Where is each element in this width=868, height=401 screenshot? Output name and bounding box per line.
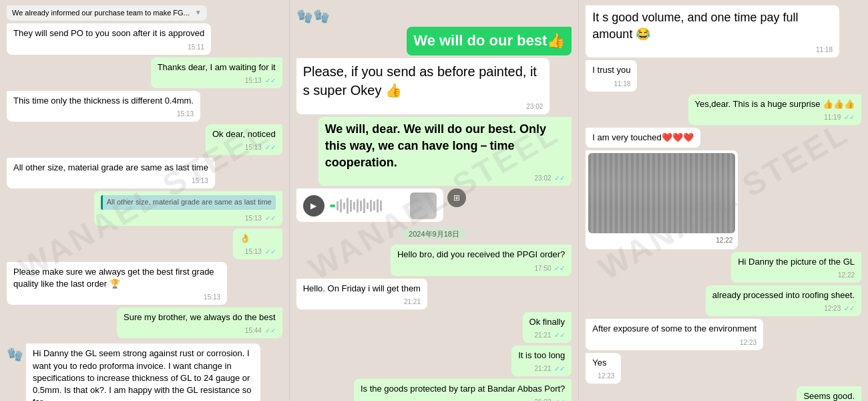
audio-thumbnail xyxy=(410,192,437,219)
msg-row: Sure my brother, we always do the best 1… xyxy=(7,307,282,338)
msg-row: We will, dear. We will do our best. Only… xyxy=(296,117,572,186)
bubble: Ok finally 21:21 ✓✓ xyxy=(523,312,572,343)
msg-text: Yes xyxy=(592,357,614,369)
tick-icon: ✓✓ xyxy=(265,248,276,255)
bubble: Is the goods protected by tarp at Bandar… xyxy=(354,379,572,401)
bubble: Hello. On Friday i will get them 21:21 xyxy=(296,279,427,309)
msg-row: All other size, material grade are same … xyxy=(7,191,282,225)
msg-row: Please make sure we always get the best … xyxy=(7,262,282,305)
msg-time: 12:23 xyxy=(740,338,756,348)
media-bubble: 12:22 xyxy=(586,150,738,249)
msg-time: 17:50 ✓✓ xyxy=(535,264,566,273)
msg-text: I am very touched❤️❤️❤️ xyxy=(592,132,693,144)
date-divider: 2024年9月18日 xyxy=(296,227,572,239)
msg-time: 15:13 ✓✓ xyxy=(245,247,276,257)
msg-text: This time only the thickness is differen… xyxy=(13,95,194,107)
msg-row: Is the goods protected by tarp at Bandar… xyxy=(296,379,572,401)
msg-text: After exposure of some to the environmen… xyxy=(592,323,756,335)
msg-row: 🧤 Hi Danny the GL seem strong against ru… xyxy=(7,344,282,401)
bubble: They will send PO to you soon after it i… xyxy=(7,23,211,54)
msg-row: Hello bro, did you received the PPGI ord… xyxy=(296,245,572,275)
msg-row: 👌 15:13 ✓✓ xyxy=(7,229,282,259)
msg-text: Is the goods protected by tarp at Bandar… xyxy=(361,383,565,395)
msg-text: 👌 xyxy=(240,233,276,245)
bubble: I am very touched❤️❤️❤️ xyxy=(586,128,700,148)
right-chat-panel: WANAEL STEEL It s good volume, and one t… xyxy=(579,0,868,401)
msg-text: Hi Danny the GL seem strong against rust… xyxy=(33,348,254,401)
tick-icon: ✓✓ xyxy=(265,327,276,334)
msg-time: 15:44 ✓✓ xyxy=(245,326,276,336)
tick-icon: ✓✓ xyxy=(554,174,565,182)
bubble: We will do our best👍 xyxy=(407,27,572,55)
msg-text: All other size, material grade are same … xyxy=(13,162,208,174)
msg-time: 12:23 xyxy=(598,372,614,381)
msg-text: Seems good. xyxy=(803,390,855,401)
msg-text: Yes,dear. This is a huge surprise 👍👍👍 xyxy=(695,98,855,110)
msg-time: 21:21 xyxy=(404,297,421,307)
msg-text: Please make sure we always get the best … xyxy=(13,266,220,290)
tick-icon: ✓✓ xyxy=(844,114,855,121)
msg-row: We will do our best👍 xyxy=(296,27,572,55)
msg-row: We already informed our purchase team to… xyxy=(7,5,282,21)
msg-text: We will do our best👍 xyxy=(413,31,565,51)
bubble: Hello bro, did you received the PPGI ord… xyxy=(391,245,572,275)
tick-icon: ✓✓ xyxy=(265,144,276,151)
tick-icon: ✓✓ xyxy=(554,398,565,401)
bubble: It s good volume, and one time pay full … xyxy=(586,5,839,57)
roofing-sheet-svg xyxy=(588,153,735,233)
msg-text: already processed into roofing sheet. xyxy=(712,289,855,301)
msg-row: Hello. On Friday i will get them 21:21 xyxy=(296,279,572,309)
bubble: 👌 15:13 ✓✓ xyxy=(233,229,282,259)
msg-text: Sure my brother, we always do the best xyxy=(124,311,276,323)
tick-icon: ✓✓ xyxy=(554,265,565,272)
bubble: Yes,dear. This is a huge surprise 👍👍👍 11… xyxy=(688,94,862,125)
msg-time: 12:22 xyxy=(838,271,855,280)
msg-text: Ok dear, noticed xyxy=(212,128,276,140)
msg-row: Please, if you send as before painted, i… xyxy=(296,58,572,114)
tick-icon: ✓✓ xyxy=(265,215,276,222)
bubble: Seems good. 12:24 xyxy=(797,386,861,401)
left-chat-panel: WANAEL STEEL We already informed our pur… xyxy=(0,0,289,401)
msg-row: already processed into roofing sheet. 12… xyxy=(586,285,861,316)
msg-row: It is too long 21:21 ✓✓ xyxy=(296,346,572,376)
play-button[interactable]: ▶ xyxy=(303,195,324,217)
msg-row: After exposure of some to the environmen… xyxy=(586,319,861,350)
bubble: Please, if you send as before painted, i… xyxy=(296,58,550,114)
msg-time: 15:13 xyxy=(192,176,208,186)
msg-row: Ok dear, noticed 15:13 ✓✓ xyxy=(7,124,282,155)
msg-row: Thanks dear, I am waiting for it 15:13 ✓… xyxy=(7,57,282,88)
msg-text: I trust you xyxy=(592,64,630,76)
quoted-text: All other size, material grade are same … xyxy=(107,198,272,206)
msg-row: This time only the thickness is differen… xyxy=(7,91,282,122)
msg-time: 12:22 xyxy=(713,235,735,247)
msg-text: We will, dear. We will do our best. Only… xyxy=(325,121,566,172)
msg-time: 15:13 ✓✓ xyxy=(245,76,276,86)
msg-time: 11:18 xyxy=(816,45,833,55)
bubble: It is too long 21:21 ✓✓ xyxy=(511,346,572,376)
bubble: All other size, material grade are same … xyxy=(94,191,282,225)
msg-time: 15:13 ✓✓ xyxy=(245,214,276,223)
voice-message: ▶ xyxy=(303,192,437,219)
msg-row: 12:22 xyxy=(586,150,861,249)
msg-text: They will send PO to you soon after it i… xyxy=(13,27,204,39)
bubble: We will, dear. We will do our best. Only… xyxy=(318,117,572,186)
msg-time: 11:18 xyxy=(614,80,630,89)
msg-text: It s good volume, and one time pay full … xyxy=(592,9,833,43)
msg-time: 12:23 ✓✓ xyxy=(824,304,855,313)
bubble: Hi Danny the GL seem strong against rust… xyxy=(26,344,260,401)
screenshot-button[interactable]: ⊞ xyxy=(447,188,466,207)
date-label: 2024年9月18日 xyxy=(402,228,466,240)
msg-time: 15:13 xyxy=(204,293,220,302)
msg-row: ▶ xyxy=(296,188,572,222)
tick-icon: ✓✓ xyxy=(844,305,855,312)
msg-row: I am very touched❤️❤️❤️ xyxy=(586,128,861,148)
svg-rect-3 xyxy=(588,153,735,233)
bubble: After exposure of some to the environmen… xyxy=(586,319,763,350)
tick-icon: ✓✓ xyxy=(554,331,565,339)
msg-row: They will send PO to you soon after it i… xyxy=(7,23,282,54)
msg-row: It s good volume, and one time pay full … xyxy=(586,5,861,57)
msg-time: 21:21 ✓✓ xyxy=(535,364,566,374)
msg-time: 21:21 ✓✓ xyxy=(535,331,566,340)
voice-bubble: ▶ xyxy=(296,188,443,222)
msg-time: 11:19 ✓✓ xyxy=(824,113,855,122)
